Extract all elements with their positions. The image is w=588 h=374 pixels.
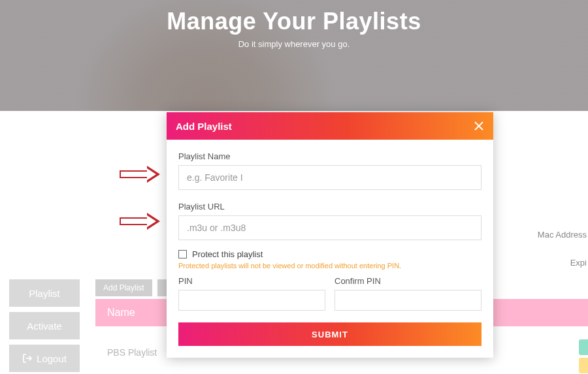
arrow-to-name-icon <box>120 167 161 181</box>
nav-logout-button[interactable]: Logout <box>9 345 80 372</box>
protect-checkbox-label: Protect this playlist <box>192 249 263 259</box>
logout-icon <box>22 353 33 364</box>
playlist-name-input[interactable] <box>178 165 482 190</box>
page-title: Manage Your Playlists <box>0 8 588 35</box>
side-pills <box>579 339 588 373</box>
mac-address-label: Mac Address <box>538 230 587 240</box>
secondary-tab[interactable] <box>157 279 167 296</box>
playlist-name-label: Playlist Name <box>178 151 482 161</box>
playlist-url-input[interactable] <box>178 215 482 240</box>
arrow-to-url-icon <box>120 214 161 228</box>
nav-logout-label: Logout <box>37 353 67 364</box>
modal-title: Add Playlist <box>176 121 232 132</box>
expires-label: Expi <box>538 258 587 268</box>
hero-banner: Manage Your Playlists Do it simply where… <box>0 0 588 111</box>
pin-input[interactable] <box>178 290 325 311</box>
add-playlist-tab-label: Add Playlist <box>103 283 144 292</box>
pin-label: PIN <box>178 276 325 286</box>
nav-playlist-label: Playlist <box>29 288 60 299</box>
device-info: Mac Address Expi <box>538 230 587 286</box>
nav-activate-label: Activate <box>27 320 61 332</box>
submit-button-label: SUBMIT <box>312 330 348 339</box>
pill-green[interactable] <box>579 339 588 355</box>
nav-playlist-button[interactable]: Playlist <box>9 279 80 307</box>
modal-body: Playlist Name Playlist URL Protect this … <box>167 140 493 358</box>
modal-header: Add Playlist <box>167 112 493 140</box>
nav-activate-button[interactable]: Activate <box>9 312 80 339</box>
confirm-pin-label: Confirm PIN <box>335 276 482 286</box>
table-header-name: Name <box>107 307 135 319</box>
protect-checkbox[interactable] <box>178 250 187 258</box>
side-nav: Playlist Activate Logout <box>9 279 80 374</box>
confirm-pin-input[interactable] <box>335 290 482 311</box>
submit-button[interactable]: SUBMIT <box>178 322 482 346</box>
add-playlist-modal: Add Playlist Playlist Name Playlist URL … <box>167 112 493 358</box>
tab-row: Add Playlist <box>95 279 167 296</box>
protect-warning-text: Protected playlists will not be viewed o… <box>178 262 482 270</box>
page-subtitle: Do it simply wherever you go. <box>0 39 588 49</box>
close-icon[interactable] <box>474 121 484 131</box>
pill-yellow[interactable] <box>579 358 588 373</box>
add-playlist-tab[interactable]: Add Playlist <box>95 279 152 296</box>
playlist-url-label: Playlist URL <box>178 202 482 211</box>
